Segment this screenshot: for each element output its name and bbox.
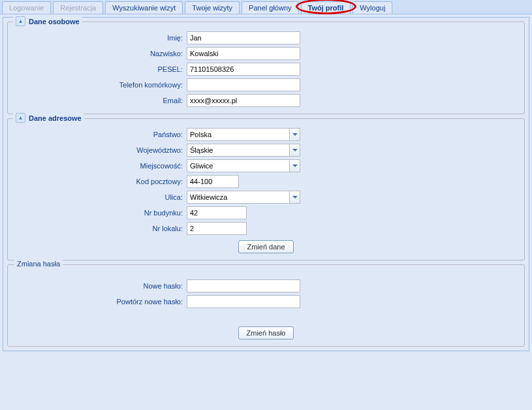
label-pesel: PESEL: [12,65,187,73]
label-kod: Kod pocztowy: [12,178,187,185]
input-powtorz-haslo[interactable] [187,295,300,308]
input-miejscowosc[interactable] [187,159,289,172]
input-imie[interactable] [187,31,300,44]
input-panstwo[interactable] [187,128,289,141]
label-nrlok: Nr lokalu: [12,225,187,232]
combo-panstwo[interactable] [187,128,300,141]
fieldset-personal: ▲ Dane osobowe Imię: Nazwisko: PESEL: Te… [7,22,525,114]
tab-strip: Logowanie Rejestracja Wyszukiwanie wizyt… [0,0,532,14]
label-email: Email: [12,97,187,104]
input-nazwisko[interactable] [187,47,300,60]
fieldset-password: Zmiana hasła Nowe hasło: Powtórz nowe ha… [7,264,525,347]
input-telefon[interactable] [187,78,300,91]
zmien-dane-button[interactable]: Zmień dane [238,240,293,253]
input-nrbud[interactable] [187,206,247,219]
tab-your-visits[interactable]: Twoje wizyty [185,1,240,14]
chevron-down-icon[interactable] [289,144,300,157]
combo-ulica[interactable] [187,191,300,204]
tab-profile[interactable]: Twój profil [301,1,351,14]
chevron-down-icon[interactable] [289,128,300,141]
fieldset-personal-legend: Dane osobowe [29,18,80,25]
label-imie: Imię: [12,34,187,42]
label-telefon: Telefon komórkowy: [12,81,187,89]
tab-login[interactable]: Logowanie [2,1,51,14]
fieldset-address-legend: Dane adresowe [29,114,82,122]
input-email[interactable] [187,94,300,107]
combo-wojewodztwo[interactable] [187,144,300,157]
fieldset-personal-header: ▲ Dane osobowe [13,16,82,26]
zmien-haslo-button[interactable]: Zmień hasło [238,326,294,339]
input-wojewodztwo[interactable] [187,144,289,157]
chevron-down-icon[interactable] [289,159,300,172]
label-nazwisko: Nazwisko: [12,50,187,57]
label-panstwo: Państwo: [12,131,187,138]
input-ulica[interactable] [187,191,289,204]
input-pesel[interactable] [187,63,300,76]
fieldset-address-header: ▲ Dane adresowe [13,113,84,123]
collapse-icon[interactable]: ▲ [16,113,25,123]
chevron-down-icon[interactable] [289,191,300,204]
label-miejscowosc: Miejscowość: [12,162,187,170]
input-kod[interactable] [187,175,239,188]
input-nowe-haslo[interactable] [187,279,300,292]
profile-panel: ▲ Dane osobowe Imię: Nazwisko: PESEL: Te… [3,17,529,351]
label-nrbud: Nr budynku: [12,209,187,217]
tab-register[interactable]: Rejestracja [53,1,103,14]
fieldset-address: ▲ Dane adresowe Państwo: Województwo: Mi… [7,118,525,260]
label-ulica: Ulica: [12,193,187,201]
collapse-icon[interactable]: ▲ [16,16,25,26]
input-nrlok[interactable] [187,222,247,235]
label-powtorz-haslo: Powtórz nowe hasło: [12,298,187,306]
label-wojewodztwo: Województwo: [12,146,187,154]
tab-dashboard[interactable]: Panel główny [242,1,298,14]
tab-logout[interactable]: Wyloguj [352,1,392,14]
label-nowe-haslo: Nowe hasło: [12,282,187,290]
combo-miejscowosc[interactable] [187,159,300,172]
fieldset-password-legend: Zmiana hasła [14,260,63,268]
tab-search-visits[interactable]: Wyszukiwanie wizyt [105,1,183,14]
